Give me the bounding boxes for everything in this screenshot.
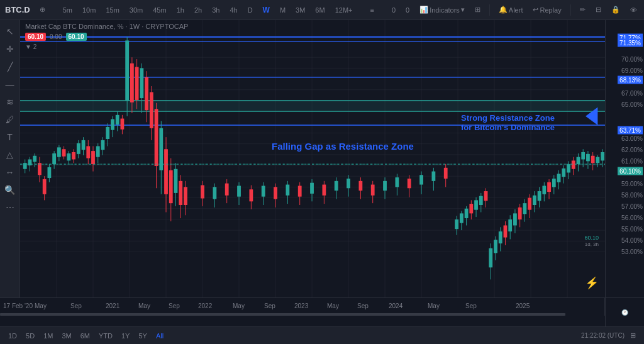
measure-button[interactable]: ↔ xyxy=(3,165,18,180)
svg-rect-183 xyxy=(523,203,526,214)
tf-10m-button[interactable]: 10m xyxy=(79,5,99,15)
svg-rect-81 xyxy=(111,119,114,130)
price-label-5300: 53.00% xyxy=(621,248,643,255)
crosshair-button[interactable]: ✛ xyxy=(3,42,18,57)
tf-5d-bottom-button[interactable]: 5D xyxy=(23,331,38,341)
price-label-5900: 59.00% xyxy=(621,180,643,187)
pencil-tool-button[interactable]: ✏ xyxy=(577,4,589,15)
chevron-down-icon: ▾ xyxy=(461,6,465,14)
tf-15m-button[interactable]: 15m xyxy=(103,5,122,15)
svg-rect-97 xyxy=(150,92,153,128)
svg-rect-185 xyxy=(528,198,531,210)
brush-button[interactable]: 🖊 xyxy=(3,112,18,127)
svg-rect-171 xyxy=(494,240,497,253)
svg-rect-89 xyxy=(130,64,134,103)
svg-rect-143 xyxy=(383,181,387,191)
svg-rect-201 xyxy=(567,164,570,172)
tf-d-button[interactable]: D xyxy=(245,5,256,15)
tf-12m-button[interactable]: 12M+ xyxy=(332,5,356,15)
tf-3m-bottom-button[interactable]: 3M xyxy=(58,331,74,341)
lightning-button[interactable]: ⚡ xyxy=(585,276,599,290)
svg-rect-105 xyxy=(169,170,173,204)
svg-rect-147 xyxy=(408,179,411,188)
compare-button[interactable]: 0 xyxy=(389,5,399,15)
tf-2h-button[interactable]: 2h xyxy=(191,5,205,15)
buy-badge: 60.10 xyxy=(66,33,87,41)
svg-rect-169 xyxy=(489,248,492,268)
toolbar-right-section: 📊 Indicators ▾ ⊞ 🔔 Alert ↩ Replay ✏ ⊟ 🔒 … xyxy=(416,4,644,16)
price-label-5700: 57.00% xyxy=(621,203,643,210)
shape-button[interactable]: △ xyxy=(3,147,18,162)
add-symbol-button[interactable]: ⊕ xyxy=(36,4,48,15)
eye-button[interactable]: 👁 xyxy=(627,5,640,15)
tf-6m-button[interactable]: 6M xyxy=(312,5,328,15)
price-axis: 71.77% 71.35% 70.00% 69.00% 68.13% 67.00… xyxy=(605,20,644,297)
svg-text:17 Feb '20: 17 Feb '20 xyxy=(3,302,33,309)
tf-1y-bottom-button[interactable]: 1Y xyxy=(118,331,133,341)
template-button[interactable]: 0 xyxy=(402,5,413,15)
svg-rect-53 xyxy=(43,179,47,194)
more-tools-button[interactable]: ⋯ xyxy=(3,200,18,215)
eye-icon: 👁 xyxy=(630,6,637,14)
horizontal-line-button[interactable]: — xyxy=(3,77,18,92)
indicators-button[interactable]: 📊 Indicators ▾ xyxy=(416,4,468,15)
svg-rect-205 xyxy=(577,157,580,164)
multi-chart-button[interactable]: ⊞ xyxy=(472,4,484,15)
candle-group xyxy=(23,37,604,280)
price-label-6010: 60.10% xyxy=(618,168,643,175)
svg-text:Sep: Sep xyxy=(70,302,82,309)
current-price-indicator: 60.10 1d, 3h xyxy=(584,235,599,247)
tf-5y-bottom-button[interactable]: 5Y xyxy=(135,331,150,341)
svg-text:Sep: Sep xyxy=(169,302,180,309)
svg-rect-173 xyxy=(499,231,502,243)
measure-icon: ↔ xyxy=(6,167,14,177)
tf-1d-bottom-button[interactable]: 1D xyxy=(5,331,20,341)
price-label-5600: 56.00% xyxy=(621,214,643,221)
tf-1h-button[interactable]: 1h xyxy=(174,5,187,15)
tf-5m-button[interactable]: 5m xyxy=(60,5,75,15)
tf-ytd-bottom-button[interactable]: YTD xyxy=(96,331,116,341)
svg-text:May: May xyxy=(35,302,47,309)
lock-button[interactable]: 🔒 xyxy=(608,4,623,15)
zoom-icon: 🔍 xyxy=(4,185,15,195)
spread-label: 0.00 xyxy=(50,33,62,40)
text-button[interactable]: T xyxy=(3,130,18,145)
cursor-tool-button[interactable]: ↖ xyxy=(3,24,18,39)
tf-m-button[interactable]: M xyxy=(277,5,289,15)
price-label-6371: 63.71% xyxy=(618,127,643,134)
tf-30m-button[interactable]: 30m xyxy=(126,5,146,15)
trend-line-button[interactable]: ╱ xyxy=(3,59,18,74)
tf-all-bottom-button[interactable]: All xyxy=(153,331,167,341)
tf-6m-bottom-button[interactable]: 6M xyxy=(77,331,93,341)
tf-4h-button[interactable]: 4h xyxy=(226,5,240,15)
manage-layouts-button[interactable]: ⊞ xyxy=(627,330,639,341)
replay-button[interactable]: ↩ Replay xyxy=(530,4,564,15)
svg-rect-165 xyxy=(479,196,483,205)
svg-rect-109 xyxy=(179,181,182,205)
tf-1m-bottom-button[interactable]: 1M xyxy=(40,331,56,341)
tf-3h-button[interactable]: 3h xyxy=(209,5,223,15)
plus-icon: ⊕ xyxy=(40,6,45,14)
bottom-toolbar: 1D 5D 1M 3M 6M YTD 1Y 5Y All 21:22:02 (U… xyxy=(0,326,644,344)
text-icon: T xyxy=(7,132,13,142)
datetime-label: 21:22:02 (UTC) xyxy=(581,332,625,339)
tf-3m-button[interactable]: 3M xyxy=(292,5,308,15)
svg-text:Sep: Sep xyxy=(357,302,369,309)
alert-button[interactable]: 🔔 Alert xyxy=(496,4,526,15)
svg-rect-209 xyxy=(586,154,590,161)
svg-text:Sep: Sep xyxy=(264,302,275,309)
price-label-6813: 68.13% xyxy=(618,77,643,84)
fib-button[interactable]: ≋ xyxy=(3,94,18,109)
chart-svg xyxy=(20,20,605,297)
time-scroll-thumb[interactable] xyxy=(0,313,565,316)
chart-canvas[interactable]: Market Cap BTC Dominance, % · 1W · CRYPT… xyxy=(20,20,605,297)
magnet-icon: ⊟ xyxy=(596,6,601,14)
magnet-button[interactable]: ⊟ xyxy=(592,4,604,15)
svg-rect-75 xyxy=(96,146,100,157)
candlestick-type-button[interactable]: ≡ xyxy=(367,5,377,15)
pencil-icon: ✏ xyxy=(580,6,586,14)
svg-rect-159 xyxy=(465,209,469,218)
zoom-button[interactable]: 🔍 xyxy=(3,182,18,197)
tf-45m-button[interactable]: 45m xyxy=(150,5,169,15)
tf-w-button[interactable]: W xyxy=(260,4,273,16)
